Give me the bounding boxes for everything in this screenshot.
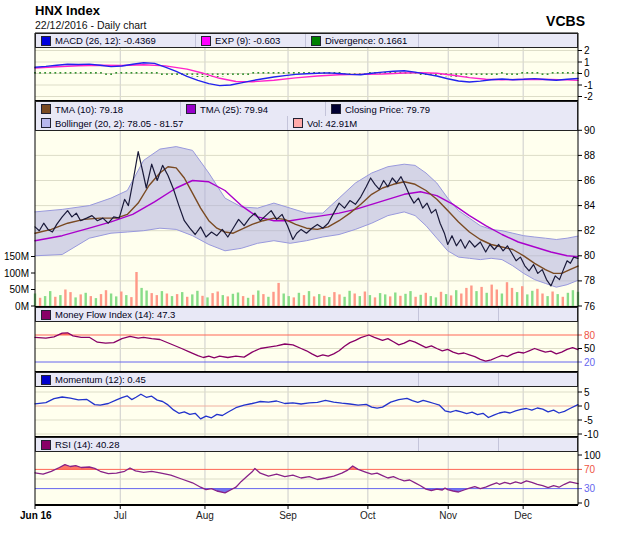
svg-text:78: 78 xyxy=(584,275,596,286)
momentum-swatch xyxy=(41,375,51,385)
momentum-legend: Momentum (12): 0.45 xyxy=(35,372,578,387)
bollinger-swatch xyxy=(41,118,51,128)
svg-text:88: 88 xyxy=(584,150,596,161)
svg-text:-2: -2 xyxy=(584,91,593,102)
svg-text:30: 30 xyxy=(584,483,596,494)
svg-text:90: 90 xyxy=(584,125,596,136)
macd-axis: 210-1-2 xyxy=(578,45,593,102)
svg-text:0: 0 xyxy=(584,68,590,79)
svg-text:100: 100 xyxy=(584,450,601,461)
exp-swatch xyxy=(201,36,211,46)
price-axis: 9088868482807876 xyxy=(578,125,596,312)
svg-text:1: 1 xyxy=(584,57,590,68)
divergence-legend-label: Divergence: 0.1661 xyxy=(325,35,407,46)
svg-text:50: 50 xyxy=(584,343,596,354)
svg-text:80: 80 xyxy=(584,330,596,341)
chart-canvas: 210-1-29088868482807876150M100M50M0M8050… xyxy=(0,0,620,535)
svg-text:20: 20 xyxy=(584,357,596,368)
svg-text:100M: 100M xyxy=(4,268,29,279)
svg-text:86: 86 xyxy=(584,175,596,186)
svg-text:84: 84 xyxy=(584,200,596,211)
momentum-axis: 50-5-10 xyxy=(578,387,599,440)
mfi-axis: 805020 xyxy=(578,330,596,368)
rsi-legend: RSI (14): 40.28 xyxy=(35,437,578,452)
closing-price-swatch xyxy=(331,104,341,114)
svg-text:-1: -1 xyxy=(584,80,593,91)
svg-text:50M: 50M xyxy=(10,284,29,295)
closing-price-legend-label: Closing Price: 79.79 xyxy=(345,104,430,115)
svg-text:0M: 0M xyxy=(15,301,29,312)
tma10-swatch xyxy=(41,104,51,114)
exp-legend-label: EXP (9): -0.603 xyxy=(215,35,280,46)
macd-legend-label: MACD (26, 12): -0.4369 xyxy=(55,35,156,46)
svg-text:82: 82 xyxy=(584,225,596,236)
mfi-legend-label: Money Flow Index (14): 47.3 xyxy=(55,309,175,320)
svg-text:Sep: Sep xyxy=(279,510,297,521)
mfi-legend: Money Flow Index (14): 47.3 xyxy=(35,307,578,322)
svg-text:-10: -10 xyxy=(584,429,599,440)
svg-text:Dec: Dec xyxy=(514,510,532,521)
svg-text:Aug: Aug xyxy=(196,510,214,521)
tma10-legend-label: TMA (10): 79.18 xyxy=(55,104,123,115)
rsi-swatch xyxy=(41,440,51,450)
bollinger-legend-label: Bollinger (20, 2): 78.05 - 81.57 xyxy=(55,118,183,129)
x-axis: Jun 16JulAugSepOctNovDec xyxy=(20,505,532,521)
svg-text:70: 70 xyxy=(584,464,596,475)
rsi-axis: 10070300 xyxy=(578,450,601,509)
volume-legend-label: Vol: 42.91M xyxy=(307,118,357,129)
svg-text:0: 0 xyxy=(584,401,590,412)
divergence-swatch xyxy=(311,36,321,46)
svg-text:Jul: Jul xyxy=(114,510,127,521)
rsi-legend-label: RSI (14): 40.28 xyxy=(55,439,119,450)
momentum-legend-label: Momentum (12): 0.45 xyxy=(55,374,146,385)
svg-text:Oct: Oct xyxy=(360,510,376,521)
svg-text:0: 0 xyxy=(584,498,590,509)
volume-swatch xyxy=(293,118,303,128)
price-legend: TMA (10): 79.18 TMA (25): 79.94 Closing … xyxy=(35,101,578,131)
mfi-swatch xyxy=(41,310,51,320)
macd-legend: MACD (26, 12): -0.4369 EXP (9): -0.603 D… xyxy=(35,33,578,48)
svg-text:2: 2 xyxy=(584,45,590,56)
svg-text:Nov: Nov xyxy=(439,510,457,521)
svg-text:Jun 16: Jun 16 xyxy=(20,510,52,521)
tma25-legend-label: TMA (25): 79.94 xyxy=(200,104,268,115)
svg-text:80: 80 xyxy=(584,250,596,261)
svg-text:76: 76 xyxy=(584,301,596,312)
svg-text:150M: 150M xyxy=(4,251,29,262)
svg-text:-5: -5 xyxy=(584,415,593,426)
chart-window: HNX Index 22/12/2016 - Daily chart VCBS … xyxy=(0,0,620,535)
volume-axis: 150M100M50M0M xyxy=(4,251,35,312)
svg-text:5: 5 xyxy=(584,387,590,398)
tma25-swatch xyxy=(186,104,196,114)
macd-swatch xyxy=(41,36,51,46)
